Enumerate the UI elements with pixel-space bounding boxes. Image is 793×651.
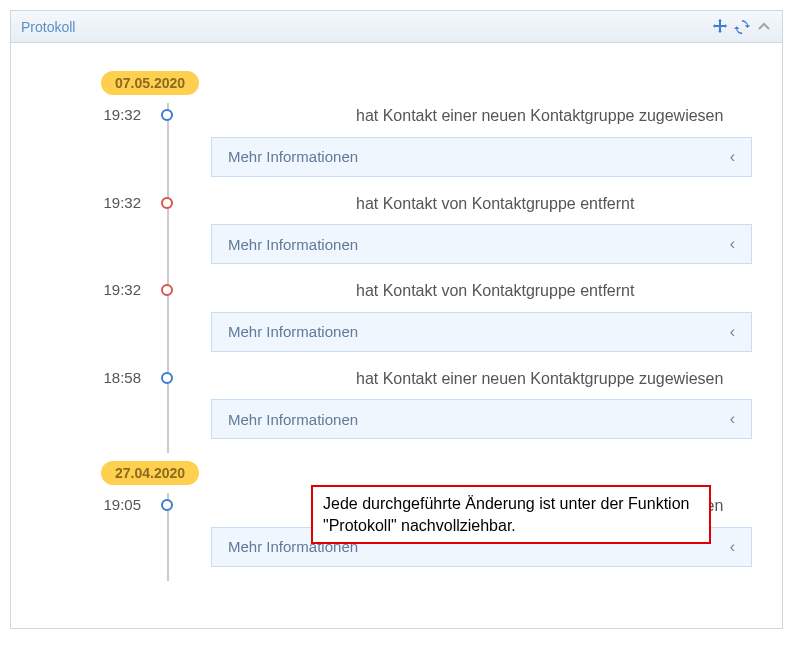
entry-time: 19:32 — [41, 103, 161, 191]
timeline-line — [161, 191, 211, 279]
chevron-left-icon: ‹ — [730, 235, 735, 253]
entry-text: hat Kontakt von Kontaktgruppe entfernt — [211, 191, 752, 217]
dot-icon — [161, 499, 173, 511]
chevron-left-icon: ‹ — [730, 323, 735, 341]
more-info-expander[interactable]: Mehr Informationen ‹ — [211, 399, 752, 439]
expander-label: Mehr Informationen — [228, 323, 730, 340]
timeline-line — [161, 493, 211, 581]
more-info-expander[interactable]: Mehr Informationen ‹ — [211, 312, 752, 352]
entry-text: hat Kontakt einer neuen Kontaktgruppe zu… — [211, 366, 752, 392]
timeline-line — [161, 278, 211, 366]
entry-content: hat Kontakt von Kontaktgruppe entfernt M… — [211, 278, 752, 366]
chevron-left-icon: ‹ — [730, 410, 735, 428]
more-info-expander[interactable]: Mehr Informationen ‹ — [211, 224, 752, 264]
annotation-callout: Jede durchgeführte Änderung ist unter de… — [311, 485, 711, 544]
more-info-expander[interactable]: Mehr Informationen ‹ — [211, 137, 752, 177]
dot-icon — [161, 197, 173, 209]
expander-label: Mehr Informationen — [228, 148, 730, 165]
panel-body: 07.05.2020 19:32 hat Kontakt einer neuen… — [11, 43, 782, 628]
entry-text: hat Kontakt einer neuen Kontaktgruppe zu… — [211, 103, 752, 129]
expander-label: Mehr Informationen — [228, 411, 730, 428]
entry-time: 19:05 — [41, 493, 161, 581]
entry-time: 19:32 — [41, 191, 161, 279]
panel-header: Protokoll — [11, 11, 782, 43]
entry-time: 18:58 — [41, 366, 161, 454]
chevron-left-icon: ‹ — [730, 148, 735, 166]
timeline-entry: 18:58 hat Kontakt einer neuen Kontaktgru… — [41, 366, 752, 454]
dot-icon — [161, 284, 173, 296]
entry-content: hat Kontakt einer neuen Kontaktgruppe zu… — [211, 366, 752, 454]
panel-title: Protokoll — [21, 19, 712, 35]
protokoll-panel: Protokoll 07.05.2020 19:32 hat Kontakt e… — [10, 10, 783, 629]
timeline-entry: 19:32 hat Kontakt von Kontaktgruppe entf… — [41, 278, 752, 366]
timeline-entry: 19:32 hat Kontakt von Kontaktgruppe entf… — [41, 191, 752, 279]
timeline-line — [161, 103, 211, 191]
entry-text: hat Kontakt von Kontaktgruppe entfernt — [211, 278, 752, 304]
date-badge: 07.05.2020 — [101, 71, 199, 95]
dot-icon — [161, 109, 173, 121]
timeline-line — [161, 366, 211, 454]
entry-time: 19:32 — [41, 278, 161, 366]
move-icon[interactable] — [712, 19, 728, 35]
panel-controls — [712, 19, 772, 35]
timeline-entry: 19:32 hat Kontakt einer neuen Kontaktgru… — [41, 103, 752, 191]
chevron-up-icon[interactable] — [756, 19, 772, 35]
dot-icon — [161, 372, 173, 384]
annotation-text: Jede durchgeführte Änderung ist unter de… — [323, 495, 689, 534]
entry-content: hat Kontakt von Kontaktgruppe entfernt M… — [211, 191, 752, 279]
refresh-icon[interactable] — [734, 19, 750, 35]
date-badge: 27.04.2020 — [101, 461, 199, 485]
expander-label: Mehr Informationen — [228, 236, 730, 253]
chevron-left-icon: ‹ — [730, 538, 735, 556]
entry-content: hat Kontakt einer neuen Kontaktgruppe zu… — [211, 103, 752, 191]
